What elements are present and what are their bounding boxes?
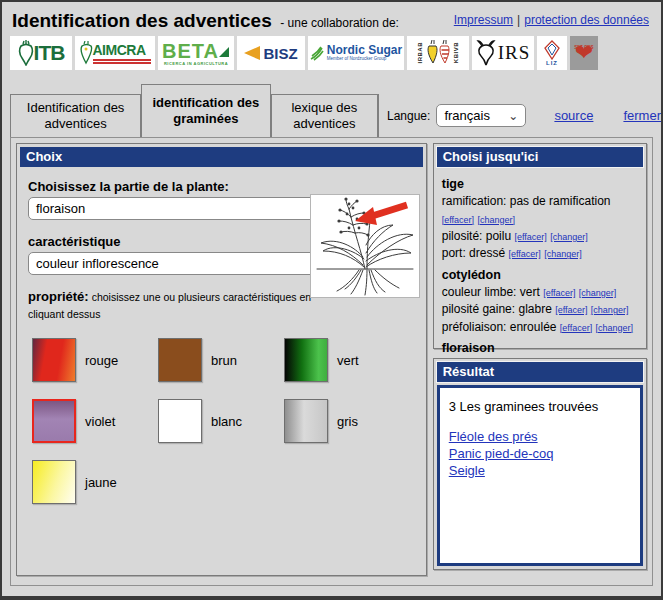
chosen-item: port: dressé [effacer] [changer] (442, 245, 638, 262)
logo-irbab-label: IRBAB (417, 42, 423, 64)
change-link[interactable]: [changer] (591, 305, 629, 315)
logo-sfz-label: SFZ CBS (570, 45, 598, 50)
leaf-icon (219, 47, 230, 58)
swatch-blanc[interactable] (158, 399, 202, 443)
choix-panel: Choix Choisissez la partie de la plante:… (16, 143, 427, 576)
section-heading: cotylédon (442, 266, 638, 284)
close-link[interactable]: fermer (623, 108, 661, 123)
header: Identification des adventices - une coll… (2, 2, 661, 32)
diamond-beet-icon (543, 40, 561, 60)
swatch-label: jaune (85, 475, 117, 490)
privacy-link[interactable]: protection des données (524, 13, 649, 27)
source-link[interactable]: source (554, 108, 593, 123)
tab-identification-graminees[interactable]: identification des graminées (141, 84, 270, 137)
logo-itb[interactable]: ITB (10, 36, 72, 70)
swatch-label: gris (337, 414, 358, 429)
property-label: propriété: (28, 289, 89, 304)
logo-aimcra[interactable]: AIMCRA (75, 36, 155, 70)
swatch-rouge[interactable] (32, 338, 76, 382)
chosen-panel: Choisi jusqu'ici tige ramification: pas … (433, 143, 647, 349)
erase-all-link[interactable]: effacer tout (512, 356, 567, 358)
logo-nordic-sugar[interactable]: Nordic Sugar Member of Nordzucker Group (308, 36, 404, 70)
swatch-label: brun (211, 353, 237, 368)
logo-beta-label: BETA (162, 41, 230, 61)
impressum-link[interactable]: Impressum (454, 13, 513, 27)
swatch-label: rouge (85, 353, 118, 368)
logo-bisz[interactable]: BISZ (237, 36, 305, 70)
change-link[interactable]: [changer] (596, 323, 634, 333)
swatch-violet-selected[interactable] (32, 399, 76, 443)
right-column: Choisi jusqu'ici tige ramification: pas … (433, 143, 647, 580)
result-panel: Résultat 3 Les graminees trouvées Fléole… (433, 358, 647, 570)
swatch-jaune[interactable] (32, 460, 76, 504)
chosen-item: pilosité gaine: glabre [effacer] [change… (442, 301, 638, 318)
section-heading: tige (442, 175, 638, 193)
result-panel-title: Résultat (437, 362, 643, 382)
logo-sfz-cbs[interactable]: ❤ SFZ CBS (570, 36, 598, 70)
result-link-panic[interactable]: Panic pied-de-coq (449, 446, 631, 461)
erase-link[interactable]: [effacer] (560, 323, 592, 333)
chosen-item: ramification: pas de ramification [effac… (442, 193, 638, 228)
swatch-label: violet (85, 414, 115, 429)
swatch-gris[interactable] (284, 399, 328, 443)
beet-icon (476, 40, 496, 66)
swatch-grid: rouge brun vert violet blanc gris jaune (28, 338, 415, 504)
logo-irs[interactable]: IRS (472, 36, 534, 70)
chevron-down-icon: ⌄ (508, 109, 518, 123)
chosen-item: couleur limbe: vert [effacer] [changer] (442, 284, 638, 301)
logo-kbivb-label: KBIVB (453, 42, 459, 63)
tab-identification-adventices[interactable]: Identification des adventices (10, 94, 141, 137)
erase-link[interactable]: [effacer] (543, 288, 575, 298)
plant-part-select-value: floraison (36, 201, 85, 216)
language-select-value: français (444, 108, 490, 123)
page-subtitle: - une collaboration de: (280, 16, 399, 30)
erase-link[interactable]: [effacer] (555, 305, 587, 315)
swatch-brun[interactable] (158, 338, 202, 382)
logo-beta[interactable]: BETA RICERCA IN AGRICULTURA (158, 36, 234, 70)
result-link-fleole[interactable]: Fléole des prés (449, 429, 631, 444)
erase-link[interactable]: [effacer] (514, 232, 546, 242)
logo-irs-label: IRS (498, 42, 531, 64)
arrow-icon (244, 46, 260, 60)
result-link-seigle[interactable]: Seigle (449, 463, 631, 478)
beet-icon (80, 41, 93, 65)
page-title: Identification des adventices (12, 10, 272, 31)
language-label: Langue: (387, 109, 430, 123)
tab-lexique-adventices[interactable]: lexique des adventices (271, 94, 379, 137)
logo-aimcra-label: AIMCRA (93, 42, 146, 58)
change-link[interactable]: [changer] (550, 232, 588, 242)
change-link[interactable]: [changer] (477, 215, 515, 225)
chosen-item: pilosité: poilu [effacer] [changer] (442, 228, 638, 245)
change-link[interactable]: [changer] (579, 288, 617, 298)
characteristic-select-value: couleur inflorescence (36, 256, 159, 271)
result-box: 3 Les graminees trouvées Fléole des prés… (437, 385, 643, 566)
language-select[interactable]: français ⌄ (436, 104, 526, 127)
logo-bisz-label: BISZ (263, 45, 297, 62)
leaf-icon (310, 45, 324, 61)
plant-part-label: Choisissez la partie de la plante: (28, 179, 415, 194)
plant-illustration (310, 194, 420, 298)
logo-liz[interactable]: LIZ (537, 36, 567, 70)
swatch-label: blanc (211, 414, 242, 429)
app-window: Identification des adventices - une coll… (0, 0, 663, 600)
main-content: Choix Choisissez la partie de la plante:… (10, 137, 653, 586)
beet-icons (425, 39, 451, 67)
choix-panel-title: Choix (20, 147, 423, 167)
swatch-vert[interactable] (284, 338, 328, 382)
logo-liz-label: LIZ (546, 60, 558, 66)
erase-link[interactable]: [effacer] (508, 249, 540, 259)
tab-bar: Identification des adventices identifica… (2, 84, 661, 137)
logo-bar: ITB AIMCRA BETA RICERCA IN AGRICULTURA B… (2, 32, 661, 72)
chosen-item: préfoliaison: enroulée [effacer] [change… (442, 319, 638, 336)
aimcra-fine-print (93, 58, 151, 64)
swatch-label: vert (337, 353, 359, 368)
erase-link[interactable]: [effacer] (442, 215, 474, 225)
clipped-link-zone: effacer tout (433, 349, 647, 358)
chosen-panel-title: Choisi jusqu'ici (437, 147, 643, 167)
change-link[interactable]: [changer] (544, 249, 582, 259)
red-arrow-icon (355, 205, 407, 225)
plant-part-select[interactable]: floraison ⌄ (28, 197, 328, 220)
logo-beta-sub: RICERCA IN AGRICULTURA (164, 61, 228, 66)
logo-irbab-kbivb[interactable]: IRBAB KBIVB (407, 36, 469, 70)
characteristic-select[interactable]: couleur inflorescence ⌄ (28, 252, 328, 275)
